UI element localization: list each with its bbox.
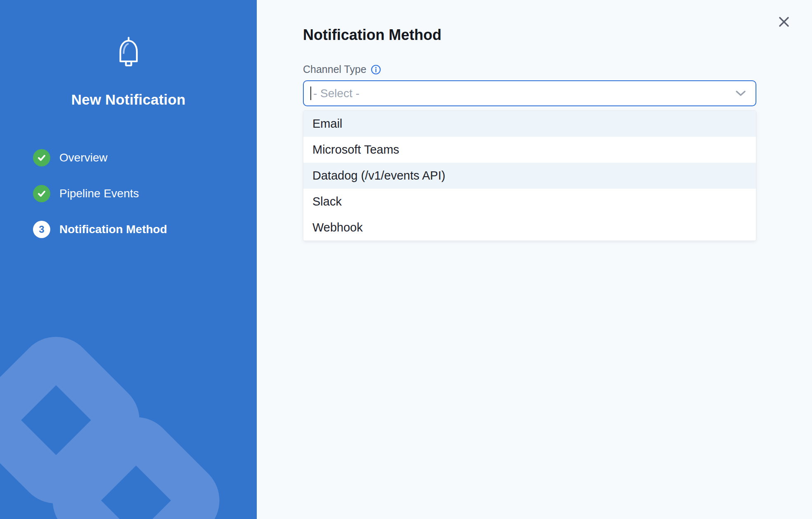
- step-notification-method[interactable]: 3 Notification Method: [33, 221, 257, 238]
- step-label: Notification Method: [59, 223, 167, 236]
- option-slack[interactable]: Slack: [303, 189, 756, 215]
- select-placeholder: - Select -: [313, 87, 735, 100]
- wizard-main-panel: Notification Method Channel Type - Selec…: [257, 0, 812, 519]
- close-icon: [777, 15, 791, 30]
- step-overview[interactable]: Overview: [33, 149, 257, 166]
- wizard-sidebar: New Notification Overview: [0, 0, 257, 519]
- check-circle-icon: [33, 185, 50, 202]
- page-title: Notification Method: [303, 26, 812, 44]
- new-notification-modal: New Notification Overview: [0, 0, 812, 519]
- option-datadog[interactable]: Datadog (/v1/events API): [303, 163, 756, 189]
- step-label: Pipeline Events: [59, 187, 139, 200]
- wizard-title: New Notification: [0, 91, 257, 108]
- check-circle-icon: [33, 149, 50, 166]
- channel-type-label: Channel Type: [303, 63, 366, 75]
- step-number-badge: 3: [33, 221, 50, 238]
- option-webhook[interactable]: Webhook: [303, 215, 756, 241]
- close-button[interactable]: [775, 13, 793, 31]
- option-microsoft-teams[interactable]: Microsoft Teams: [303, 137, 756, 163]
- channel-type-dropdown: Email Microsoft Teams Datadog (/v1/event…: [303, 110, 756, 241]
- step-label: Overview: [59, 151, 108, 164]
- text-caret: [310, 86, 311, 100]
- channel-type-select[interactable]: - Select -: [303, 80, 756, 106]
- info-icon[interactable]: [371, 64, 381, 75]
- chevron-down-icon[interactable]: [735, 90, 746, 97]
- wizard-steps: Overview Pipeline Events 3 Notification …: [0, 149, 257, 238]
- option-email[interactable]: Email: [303, 111, 756, 137]
- step-pipeline-events[interactable]: Pipeline Events: [33, 185, 257, 202]
- bell-icon: [115, 36, 142, 70]
